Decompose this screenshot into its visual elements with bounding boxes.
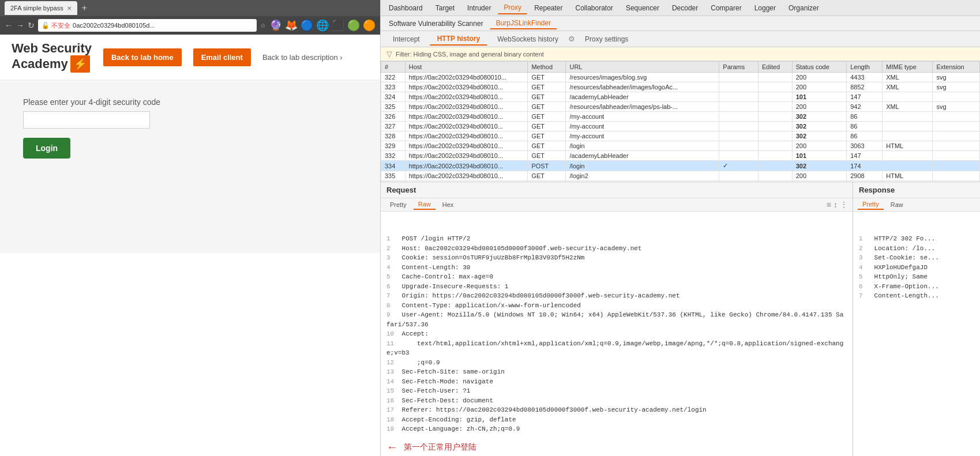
menu-target[interactable]: Target — [430, 2, 460, 14]
burp-proxy-tabs: Intercept HTTP history WebSockets histor… — [381, 31, 980, 47]
table-row[interactable]: 323 https://0ac2002c03294bd08010... GET … — [381, 82, 980, 92]
back-to-lab-button[interactable]: Back to lab home — [103, 48, 182, 66]
new-tab-icon[interactable]: + — [82, 3, 87, 13]
cell-host: https://0ac2002c03294bd08010... — [405, 112, 528, 122]
filter-bar: ▽ Filter: Hiding CSS, image and general … — [381, 47, 980, 61]
login-button[interactable]: Login — [23, 138, 70, 159]
cell-params — [719, 151, 759, 161]
col-num[interactable]: # — [381, 62, 405, 73]
col-length[interactable]: Length — [847, 62, 883, 73]
line-number: 6 — [859, 282, 870, 292]
cell-ext — [933, 122, 980, 131]
table-row[interactable]: 325 https://0ac2002c03294bd08010... GET … — [381, 102, 980, 112]
menu-decoder[interactable]: Decoder — [666, 2, 704, 14]
line-number: 14 — [386, 377, 398, 387]
subtab-jslinkfinder[interactable]: BurpJSLinkFinder — [490, 18, 557, 29]
cell-host: https://0ac2002c03294bd08010... — [405, 141, 528, 151]
line-number: 3 — [386, 253, 398, 263]
subtab-vulnerability-scanner[interactable]: Software Vulnerability Scanner — [383, 18, 489, 29]
table-row[interactable]: 326 https://0ac2002c03294bd08010... GET … — [381, 112, 980, 122]
browser-tab[interactable]: 2FA simple bypass ✕ — [5, 1, 77, 15]
request-tab-hex[interactable]: Hex — [438, 200, 459, 209]
request-line: 7 Origin: https://0ac2002c03294bd080105d… — [386, 291, 847, 301]
line-number: 5 — [386, 272, 398, 282]
request-line: 12 ;q=0.9 — [386, 358, 847, 368]
menu-sequencer[interactable]: Sequencer — [620, 2, 665, 14]
tab-close-icon[interactable]: ✕ — [67, 5, 72, 12]
cell-mime: XML — [883, 102, 933, 112]
cell-url: /academyLabHeader — [566, 92, 719, 102]
cell-params — [719, 141, 759, 151]
response-line: 6 X-Frame-Option... — [859, 282, 974, 292]
back-button[interactable]: ← — [5, 21, 13, 30]
request-line: 13 Sec-Fetch-Site: same-origin — [386, 367, 847, 377]
table-row[interactable]: 327 https://0ac2002c03294bd08010... GET … — [381, 122, 980, 131]
request-icon-lines[interactable]: ↕ — [833, 200, 838, 209]
back-to-description-link[interactable]: Back to lab description — [262, 53, 343, 62]
cell-ext: svg — [933, 82, 980, 92]
cell-host: https://0ac2002c03294bd08010... — [405, 102, 528, 112]
col-mime[interactable]: MIME type — [883, 62, 933, 73]
col-params[interactable]: Params — [719, 62, 759, 73]
request-icon-more[interactable]: ⋮ — [840, 200, 848, 209]
line-number: 9 — [386, 310, 398, 320]
forward-button[interactable]: → — [16, 21, 24, 30]
col-method[interactable]: Method — [528, 62, 566, 73]
table-row[interactable]: 329 https://0ac2002c03294bd08010... GET … — [381, 141, 980, 151]
menu-repeater[interactable]: Repeater — [528, 2, 568, 14]
menu-intruder[interactable]: Intruder — [461, 2, 497, 14]
proxy-tab-settings[interactable]: Proxy settings — [577, 33, 636, 46]
col-status[interactable]: Status code — [792, 62, 847, 73]
col-edited[interactable]: Edited — [758, 62, 792, 73]
cell-num: 332 — [381, 151, 405, 161]
cell-num: 327 — [381, 122, 405, 131]
line-number: 2 — [386, 244, 398, 254]
cell-params — [719, 112, 759, 122]
email-client-button[interactable]: Email client — [193, 48, 251, 66]
cell-params — [719, 73, 759, 82]
cell-params: ✓ — [719, 161, 759, 171]
bookmark-icon[interactable]: ☆ — [260, 22, 266, 29]
menu-organizer[interactable]: Organizer — [783, 2, 825, 14]
table-row[interactable]: 322 https://0ac2002c03294bd080010... GET… — [381, 73, 980, 82]
response-tab-raw[interactable]: Raw — [886, 200, 908, 209]
cell-params — [719, 171, 759, 181]
request-tab-raw[interactable]: Raw — [414, 199, 435, 210]
request-icon-list[interactable]: ≡ — [827, 200, 831, 209]
table-row[interactable]: 328 https://0ac2002c03294bd08010... GET … — [381, 131, 980, 141]
cell-mime — [883, 92, 933, 102]
cell-edited — [758, 112, 792, 122]
proxy-tab-intercept[interactable]: Intercept — [385, 33, 427, 46]
col-url[interactable]: URL — [566, 62, 719, 73]
table-row[interactable]: 335 https://0ac2002c03294bd08010... GET … — [381, 171, 980, 181]
security-code-input[interactable] — [23, 111, 150, 129]
col-ext[interactable]: Extension — [933, 62, 980, 73]
table-row[interactable]: 334 https://0ac2002c03294bd08010... POST… — [381, 161, 980, 171]
tab-label: 2FA simple bypass — [10, 5, 63, 12]
col-host[interactable]: Host — [405, 62, 528, 73]
table-row[interactable]: 324 https://0ac2002c03294bd08010... GET … — [381, 92, 980, 102]
reload-button[interactable]: ↻ — [28, 21, 35, 30]
cell-url: /login — [566, 141, 719, 151]
cell-status: 302 — [792, 161, 847, 171]
menu-collaborator[interactable]: Collaborator — [570, 2, 619, 14]
cell-url: /resources/labheader/images/ps-lab-... — [566, 102, 719, 112]
table-row[interactable]: 332 https://0ac2002c03294bd08010... GET … — [381, 151, 980, 161]
http-history-table-container: # Host Method URL Params Edited Status c… — [381, 61, 980, 182]
menu-dashboard[interactable]: Dashboard — [383, 2, 429, 14]
cell-edited — [758, 151, 792, 161]
request-line: 19 Accept-Language: zh-CN,zh;q=0.9 — [386, 424, 847, 434]
cell-length: 942 — [847, 102, 883, 112]
menu-logger[interactable]: Logger — [749, 2, 782, 14]
wsa-logo-icon: ⚡ — [70, 55, 90, 73]
request-line: 14 Sec-Fetch-Mode: navigate — [386, 377, 847, 387]
request-tab-pretty[interactable]: Pretty — [385, 200, 411, 209]
menu-proxy[interactable]: Proxy — [498, 2, 527, 14]
proxy-tab-websockets[interactable]: WebSockets history — [490, 33, 566, 46]
response-panel: Response Pretty Raw 1 HTTP/2 302 Fo...2 … — [853, 182, 980, 456]
settings-icon: ⚙ — [568, 35, 575, 43]
request-content: 1 POST /login HTTP/22 Host: 0ac2002c0329… — [381, 212, 853, 438]
proxy-tab-http-history[interactable]: HTTP history — [430, 32, 487, 46]
menu-comparer[interactable]: Comparer — [705, 2, 747, 14]
response-tab-pretty[interactable]: Pretty — [858, 199, 884, 210]
